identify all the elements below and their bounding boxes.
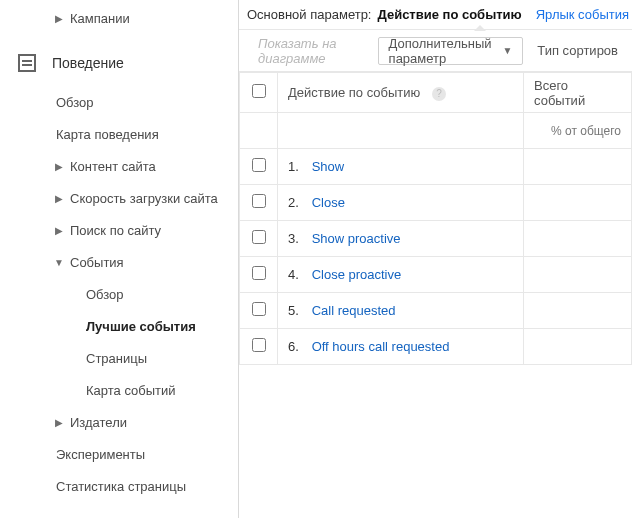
sidebar-item-page-stats[interactable]: Статистика страницы xyxy=(0,470,238,502)
sidebar-item-label: Карта событий xyxy=(86,383,176,398)
primary-dimension-label: Основной параметр: xyxy=(247,7,371,22)
event-action-link[interactable]: Show xyxy=(312,159,345,174)
row-checkbox[interactable] xyxy=(252,230,266,244)
sidebar-item-label: Обзор xyxy=(56,95,94,110)
event-action-link[interactable]: Off hours call requested xyxy=(312,339,450,354)
chevron-right-icon: ▶ xyxy=(54,161,64,172)
sort-type-label: Тип сортиров xyxy=(531,43,624,58)
table-row: 6. Off hours call requested xyxy=(240,329,632,365)
row-index: 3. xyxy=(288,231,308,246)
sidebar-item-site-search[interactable]: ▶ Поиск по сайту xyxy=(0,214,238,246)
chevron-right-icon: ▶ xyxy=(54,13,64,24)
row-checkbox[interactable] xyxy=(252,302,266,316)
sidebar-item-label: Лучшие события xyxy=(86,319,196,334)
table-row: 1. Show xyxy=(240,149,632,185)
sidebar-item-label: Контент сайта xyxy=(70,159,156,174)
sidebar-item-experiments[interactable]: Эксперименты xyxy=(0,438,238,470)
main-content: Основной параметр: Действие по событию Я… xyxy=(239,0,632,518)
row-checkbox[interactable] xyxy=(252,338,266,352)
behavior-icon xyxy=(18,54,36,72)
sidebar: ▶ Кампании Поведение Обзор Карта поведен… xyxy=(0,0,239,518)
summary-pct-label: % от общего xyxy=(551,124,621,138)
row-index: 6. xyxy=(288,339,308,354)
table-summary-row: % от общего xyxy=(240,113,632,149)
dropdown-label: Дополнительный параметр xyxy=(389,36,493,66)
row-checkbox[interactable] xyxy=(252,158,266,172)
sidebar-item-behavior-flow[interactable]: Карта поведения xyxy=(0,118,238,150)
sidebar-item-campaigns[interactable]: ▶ Кампании xyxy=(0,2,238,34)
events-table: Действие по событию ? Всего событий % от… xyxy=(239,72,632,365)
sidebar-item-events-flow[interactable]: Карта событий xyxy=(0,374,238,406)
sidebar-item-label: Обзор xyxy=(86,287,124,302)
row-checkbox[interactable] xyxy=(252,194,266,208)
table-row: 4. Close proactive xyxy=(240,257,632,293)
sidebar-item-label: Эксперименты xyxy=(56,447,145,462)
controls-bar: Показать на диаграмме Дополнительный пар… xyxy=(239,30,632,72)
column-header-label: Действие по событию xyxy=(288,85,420,100)
plot-rows-button[interactable]: Показать на диаграмме xyxy=(247,29,370,73)
chevron-right-icon: ▶ xyxy=(54,225,64,236)
sidebar-item-events-overview[interactable]: Обзор xyxy=(0,278,238,310)
select-all-checkbox[interactable] xyxy=(252,84,266,98)
secondary-dimension-dropdown[interactable]: Дополнительный параметр ▼ xyxy=(378,37,524,65)
sidebar-item-overview[interactable]: Обзор xyxy=(0,86,238,118)
caret-down-icon: ▼ xyxy=(502,45,512,56)
chevron-right-icon: ▶ xyxy=(54,193,64,204)
event-action-link[interactable]: Close xyxy=(312,195,345,210)
event-action-link[interactable]: Call requested xyxy=(312,303,396,318)
column-header-total-events[interactable]: Всего событий xyxy=(524,73,632,113)
row-index: 1. xyxy=(288,159,308,174)
row-checkbox[interactable] xyxy=(252,266,266,280)
sidebar-section-behavior[interactable]: Поведение xyxy=(0,40,238,86)
sidebar-item-events[interactable]: ▼ События xyxy=(0,246,238,278)
sidebar-section-label: Поведение xyxy=(52,55,124,71)
column-header-event-action[interactable]: Действие по событию ? xyxy=(278,73,524,113)
sidebar-item-label: Кампании xyxy=(70,11,130,26)
sidebar-item-label: Поиск по сайту xyxy=(70,223,161,238)
tab-event-action[interactable]: Действие по событию xyxy=(377,7,521,22)
sidebar-item-label: Страницы xyxy=(86,351,147,366)
sidebar-item-label: События xyxy=(70,255,124,270)
sidebar-item-site-speed[interactable]: ▶ Скорость загрузки сайта xyxy=(0,182,238,214)
column-header-label: Всего событий xyxy=(534,78,585,108)
event-action-link[interactable]: Show proactive xyxy=(312,231,401,246)
table-row: 3. Show proactive xyxy=(240,221,632,257)
help-icon[interactable]: ? xyxy=(432,87,446,101)
sidebar-item-site-content[interactable]: ▶ Контент сайта xyxy=(0,150,238,182)
column-header-checkbox xyxy=(240,73,278,113)
sidebar-item-events-pages[interactable]: Страницы xyxy=(0,342,238,374)
row-index: 2. xyxy=(288,195,308,210)
table-row: 2. Close xyxy=(240,185,632,221)
row-index: 4. xyxy=(288,267,308,282)
sidebar-item-publishers[interactable]: ▶ Издатели xyxy=(0,406,238,438)
sidebar-item-label: Статистика страницы xyxy=(56,479,186,494)
sidebar-item-label: Карта поведения xyxy=(56,127,159,142)
event-action-link[interactable]: Close proactive xyxy=(312,267,402,282)
row-index: 5. xyxy=(288,303,308,318)
sidebar-item-top-events[interactable]: Лучшие события xyxy=(0,310,238,342)
table-row: 5. Call requested xyxy=(240,293,632,329)
sidebar-item-label: Издатели xyxy=(70,415,127,430)
chevron-right-icon: ▶ xyxy=(54,417,64,428)
primary-dimension-bar: Основной параметр: Действие по событию Я… xyxy=(239,0,632,30)
chevron-down-icon: ▼ xyxy=(54,257,64,268)
sidebar-item-label: Скорость загрузки сайта xyxy=(70,191,218,206)
tab-event-label[interactable]: Ярлык события xyxy=(536,7,629,22)
